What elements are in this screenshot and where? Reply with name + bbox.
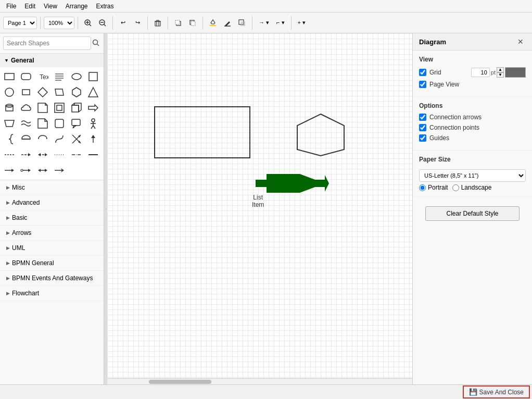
fill-color-button[interactable] — [206, 16, 220, 30]
canvas-area[interactable]: ListItem — [107, 33, 412, 384]
basic-arrow-icon: ▶ — [6, 215, 10, 220]
shape-text[interactable]: Text — [35, 69, 50, 84]
grid-decrement-button[interactable]: ▼ — [497, 72, 504, 78]
horizontal-scrollbar[interactable] — [107, 378, 412, 384]
grid-value-input[interactable] — [471, 68, 490, 77]
shape-ellipse[interactable] — [69, 69, 84, 84]
grid-increment-button[interactable]: ▲ — [497, 67, 504, 72]
shape-trapezoid[interactable] — [2, 116, 17, 131]
portrait-option[interactable]: Portrait — [419, 184, 448, 191]
sidebar-item-bpmn-general[interactable]: ▶ BPMN General — [0, 256, 104, 271]
delete-button[interactable] — [151, 16, 164, 30]
insert-button[interactable]: + ▾ — [295, 16, 309, 30]
shape-arc[interactable] — [35, 132, 50, 146]
menu-file[interactable]: File — [2, 2, 20, 11]
to-back-button[interactable] — [186, 16, 199, 30]
to-front-button[interactable] — [171, 16, 185, 30]
shape-rounded-square[interactable] — [52, 116, 67, 131]
menu-arrange[interactable]: Arrange — [61, 2, 92, 11]
shape-note[interactable] — [35, 101, 50, 115]
shape-double-arrow-line[interactable] — [35, 147, 50, 162]
sidebar-item-advanced[interactable]: ▶ Advanced — [0, 195, 104, 210]
paper-size-select[interactable]: US-Letter (8,5" x 11") A4 A3 Legal — [419, 169, 526, 182]
connection-points-checkbox[interactable] — [419, 124, 426, 131]
canvas-hexagon[interactable] — [292, 111, 349, 158]
shape-rounded-rect[interactable] — [19, 69, 33, 84]
shape-cloud[interactable] — [19, 101, 33, 115]
shape-person[interactable] — [86, 116, 100, 131]
grid-color-swatch[interactable] — [505, 67, 526, 78]
shape-arrow-right-end[interactable] — [2, 163, 17, 178]
zoom-out-button[interactable] — [96, 16, 109, 30]
shape-line-plain[interactable] — [86, 147, 100, 162]
waypoint-button[interactable]: ⌐ ▾ — [273, 16, 287, 30]
shape-diamond[interactable] — [35, 85, 50, 99]
save-and-close-button[interactable]: 💾 Save And Close — [463, 385, 530, 398]
shape-wave[interactable] — [19, 116, 33, 131]
line-color-button[interactable] — [221, 16, 234, 30]
guides-checkbox[interactable] — [419, 134, 426, 142]
svg-point-75 — [21, 169, 23, 171]
sidebar-item-bpmn-events[interactable]: ▶ BPMN Events And Gateways — [0, 271, 104, 286]
shape-up-arrow[interactable] — [86, 132, 100, 146]
shape-arrow-both-circle[interactable] — [19, 163, 33, 178]
shape-arrow-double-end[interactable] — [35, 163, 50, 178]
diagram-selector[interactable]: Page 1 — [3, 17, 37, 29]
shape-diagonal-arrow[interactable] — [69, 132, 84, 146]
svg-marker-38 — [38, 103, 47, 113]
general-section-header[interactable]: ▼ General — [0, 54, 104, 67]
shape-rectangle[interactable] — [2, 69, 17, 84]
shape-arrow-line[interactable] — [19, 147, 33, 162]
shadow-button[interactable] — [235, 16, 249, 30]
shape-square[interactable] — [86, 69, 100, 84]
shape-arrow-right[interactable] — [86, 101, 100, 115]
landscape-option[interactable]: Landscape — [452, 184, 492, 191]
right-panel-close-button[interactable]: ✕ — [515, 38, 526, 46]
shape-s-curve[interactable] — [52, 132, 67, 146]
shape-cylinder[interactable] — [2, 101, 17, 115]
page-view-checkbox[interactable] — [419, 81, 426, 88]
undo-button[interactable]: ↩ — [116, 16, 130, 30]
zoom-select[interactable]: 100% — [44, 17, 74, 29]
canvas-arrow[interactable] — [255, 174, 330, 193]
shape-dotted-line[interactable] — [52, 147, 67, 162]
clear-default-style-button[interactable]: Clear Default Style — [425, 206, 520, 221]
shape-small-rect[interactable] — [19, 85, 33, 99]
connection-arrows-checkbox[interactable] — [419, 114, 426, 121]
shape-page[interactable] — [35, 116, 50, 131]
menu-extras[interactable]: Extras — [92, 2, 118, 11]
connection-style-button[interactable]: → ▾ — [256, 16, 272, 30]
shape-cube[interactable] — [69, 101, 84, 115]
shape-dashed-line[interactable] — [2, 147, 17, 162]
shape-half-circle[interactable] — [19, 132, 33, 146]
grid-checkbox[interactable] — [419, 69, 426, 76]
portrait-radio[interactable] — [419, 184, 426, 191]
search-button[interactable] — [91, 38, 100, 49]
scrollbar-thumb[interactable] — [149, 380, 211, 384]
page-view-label: Page View — [429, 81, 526, 88]
menu-edit[interactable]: Edit — [20, 2, 40, 11]
svg-line-5 — [104, 24, 106, 26]
search-input[interactable] — [3, 36, 91, 50]
shape-triangle[interactable] — [86, 85, 100, 99]
shape-text-lines[interactable] — [52, 69, 67, 84]
sidebar-item-misc[interactable]: ▶ Misc — [0, 180, 104, 195]
sidebar-item-arrows[interactable]: ▶ Arrows — [0, 226, 104, 241]
sidebar-item-basic[interactable]: ▶ Basic — [0, 210, 104, 226]
shape-callout[interactable] — [69, 116, 84, 131]
shape-dash-dot[interactable] — [69, 147, 84, 162]
zoom-in-button[interactable] — [81, 16, 95, 30]
view-section-title: View — [419, 56, 526, 63]
shape-brace[interactable] — [2, 132, 17, 146]
landscape-radio[interactable] — [452, 184, 459, 191]
shape-circle[interactable] — [2, 85, 17, 99]
redo-button[interactable]: ↪ — [131, 16, 144, 30]
shape-inner-rect[interactable] — [52, 101, 67, 115]
shape-hexagon[interactable] — [69, 85, 84, 99]
sidebar-item-flowchart[interactable]: ▶ Flowchart — [0, 286, 104, 301]
sidebar-item-uml[interactable]: ▶ UML — [0, 241, 104, 256]
shape-arrow-barbed[interactable] — [52, 163, 67, 178]
menu-view[interactable]: View — [40, 2, 61, 11]
shape-parallelogram[interactable] — [52, 85, 67, 99]
canvas-rect[interactable] — [154, 106, 250, 158]
